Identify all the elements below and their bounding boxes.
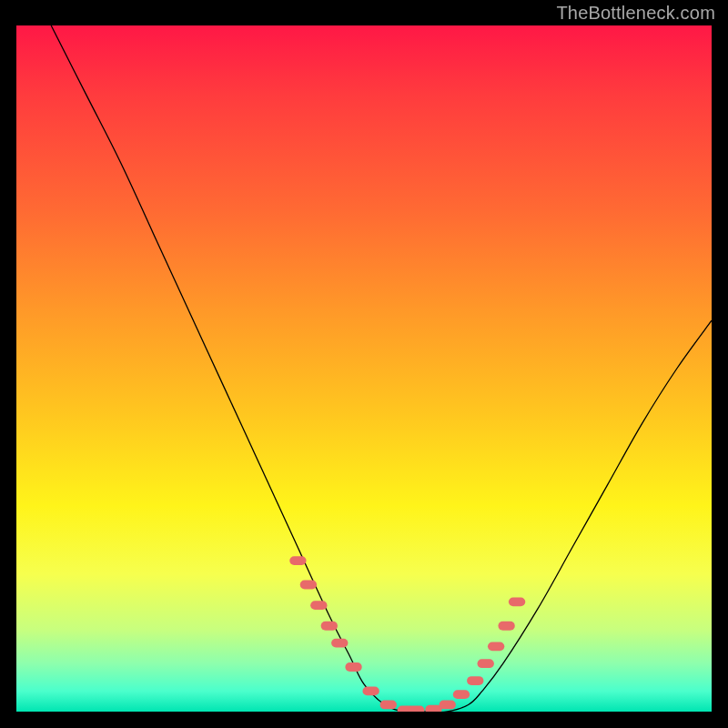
watermark-text: TheBottleneck.com	[556, 3, 715, 24]
highlight-dot	[467, 676, 483, 685]
highlight-dot	[440, 701, 456, 710]
highlight-dot	[488, 642, 504, 651]
highlight-dot	[408, 706, 424, 712]
highlight-dot	[498, 622, 514, 631]
chart-svg	[16, 25, 712, 712]
bottleneck-curve	[51, 25, 712, 712]
highlight-dot	[362, 686, 379, 695]
highlight-dot	[509, 597, 525, 606]
highlight-dot-group	[289, 556, 525, 712]
highlight-dot	[345, 662, 361, 672]
highlight-dot	[300, 581, 317, 590]
highlight-dot	[453, 690, 470, 699]
highlight-dot	[310, 601, 327, 610]
gradient-plot-area	[16, 25, 712, 712]
chart-frame: TheBottleneck.com	[0, 0, 728, 728]
highlight-dot	[478, 659, 494, 668]
highlight-dot	[331, 639, 348, 648]
highlight-dot	[380, 701, 397, 710]
highlight-dot	[289, 556, 306, 565]
highlight-dot	[321, 622, 338, 631]
